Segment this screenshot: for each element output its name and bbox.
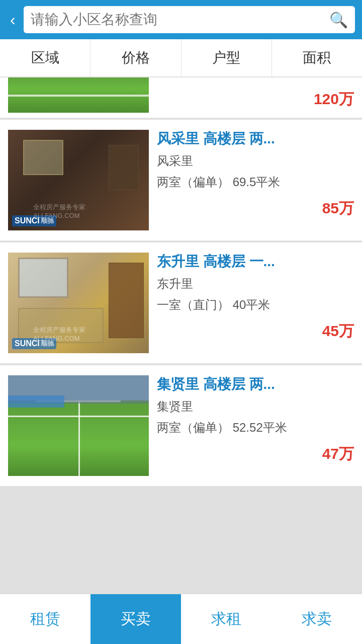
listing-price-2: 45万 — [157, 321, 354, 342]
listing-title-3: 集贤里 高楼层 两... — [157, 375, 354, 393]
listing-community-2: 东升里 — [157, 276, 354, 292]
listing-detail-1: 两室（偏单） 69.5平米 — [157, 174, 354, 190]
listing-price-3: 47万 — [157, 444, 354, 464]
nav-item-seek-buy[interactable]: 求卖 — [272, 594, 362, 644]
partial-listing-price: 120万 — [157, 89, 354, 113]
search-bar: 🔍 — [24, 6, 355, 33]
filter-tab-type[interactable]: 户型 — [182, 39, 272, 76]
listing-info-1: 风采里 高楼层 两... 风采里 两室（偏单） 69.5平米 85万 — [157, 130, 354, 219]
listing-community-1: 风采里 — [157, 153, 354, 169]
listing-image-2: SUNCI 顺驰 全程房产服务专家ALLFANG.COM — [8, 253, 149, 353]
filter-tab-price[interactable]: 价格 — [90, 39, 181, 76]
listing-price-1: 85万 — [157, 198, 354, 219]
listing-detail-2: 一室（直门） 40平米 — [157, 297, 354, 313]
listing-image-3 — [8, 375, 149, 476]
listing-info-2: 东升里 高楼层 一... 东升里 一室（直门） 40平米 45万 — [157, 253, 354, 342]
partial-listing-image — [8, 77, 149, 113]
filter-tab-district[interactable]: 区域 — [0, 39, 90, 76]
nav-item-buy[interactable]: 买卖 — [90, 594, 181, 644]
listing-detail-3: 两室（偏单） 52.52平米 — [157, 420, 354, 436]
nav-item-seek-rent[interactable]: 求租 — [181, 594, 272, 644]
listing-image-1: SUNCI 顺驰 全程房产服务专家ALLFANG.COM — [8, 130, 149, 230]
listing-card[interactable]: SUNCI 顺驰 全程房产服务专家ALLFANG.COM 风采里 高楼层 两..… — [0, 120, 362, 240]
bottom-nav: 租赁 买卖 求租 求卖 — [0, 594, 362, 644]
listing-card-partial[interactable]: 120万 — [0, 77, 362, 118]
listing-title-1: 风采里 高楼层 两... — [157, 130, 354, 148]
listing-card[interactable]: 集贤里 高楼层 两... 集贤里 两室（偏单） 52.52平米 47万 — [0, 365, 362, 486]
listing-info-3: 集贤里 高楼层 两... 集贤里 两室（偏单） 52.52平米 47万 — [157, 375, 354, 464]
back-button[interactable]: ‹ — [7, 11, 19, 29]
filter-tab-area[interactable]: 面积 — [272, 39, 362, 76]
listing-title-2: 东升里 高楼层 一... — [157, 253, 354, 271]
nav-item-rent[interactable]: 租赁 — [0, 594, 90, 644]
search-icon[interactable]: 🔍 — [329, 11, 348, 29]
header: ‹ 🔍 — [0, 0, 362, 39]
listing-community-3: 集贤里 — [157, 398, 354, 415]
listing-list: 120万 SUNCI 顺驰 全程房产服务专家ALLFANG.COM 风采里 高楼… — [0, 77, 362, 594]
search-input[interactable] — [31, 12, 329, 28]
filter-bar: 区域 价格 户型 面积 — [0, 39, 362, 77]
listing-card[interactable]: SUNCI 顺驰 全程房产服务专家ALLFANG.COM 东升里 高楼层 一..… — [0, 243, 362, 363]
